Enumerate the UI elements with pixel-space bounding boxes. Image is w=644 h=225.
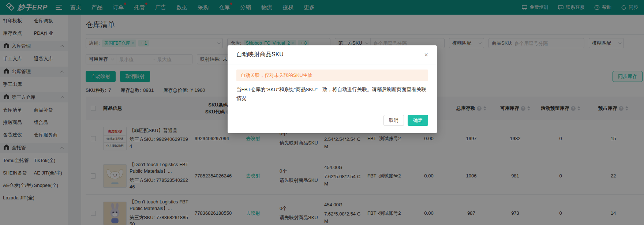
modal-footer: 取消 确定 bbox=[228, 115, 437, 133]
modal-body: 自动关联，仅对未关联的SKU生效 当FBT仓库的"SKU"和系统"商品SKU"一… bbox=[228, 64, 437, 115]
auto-map-modal: 自动映射商品SKU × 自动关联，仅对未关联的SKU生效 当FBT仓库的"SKU… bbox=[228, 45, 437, 133]
close-icon[interactable]: × bbox=[424, 52, 428, 58]
app-root: 妙手ERP 首页产品订单托管广告数据采购仓库分销物流授权更多 免费培训 联系客服… bbox=[0, 0, 644, 225]
modal-alert: 自动关联，仅对未关联的SKU生效 bbox=[236, 70, 428, 81]
modal-text: 当FBT仓库的"SKU"和系统"商品SKU"一致，将自动进行关联。请稍后刷新页面… bbox=[236, 85, 428, 103]
modal-ok-button[interactable]: 确定 bbox=[408, 115, 428, 126]
modal-title: 自动映射商品SKU bbox=[236, 51, 284, 59]
modal-header: 自动映射商品SKU × bbox=[228, 45, 437, 64]
modal-cancel-button[interactable]: 取消 bbox=[383, 115, 404, 126]
